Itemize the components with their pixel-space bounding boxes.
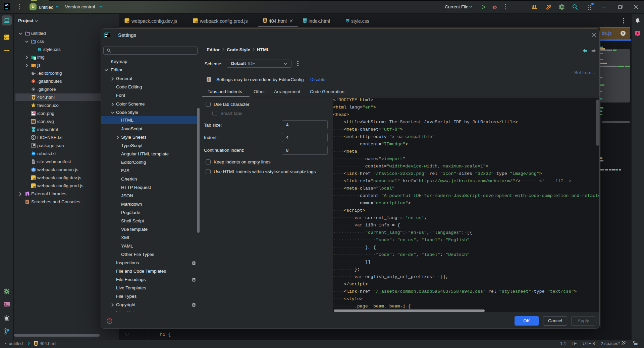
svg-text:?: ? xyxy=(108,319,110,323)
svg-text:JS: JS xyxy=(33,186,36,188)
svg-text:JS: JS xyxy=(34,66,36,68)
svg-text:SVG: SVG xyxy=(32,121,35,123)
svg-text:JS: JS xyxy=(195,20,198,23)
svg-text:JS: JS xyxy=(126,20,129,23)
svg-text:JS: JS xyxy=(33,178,36,180)
